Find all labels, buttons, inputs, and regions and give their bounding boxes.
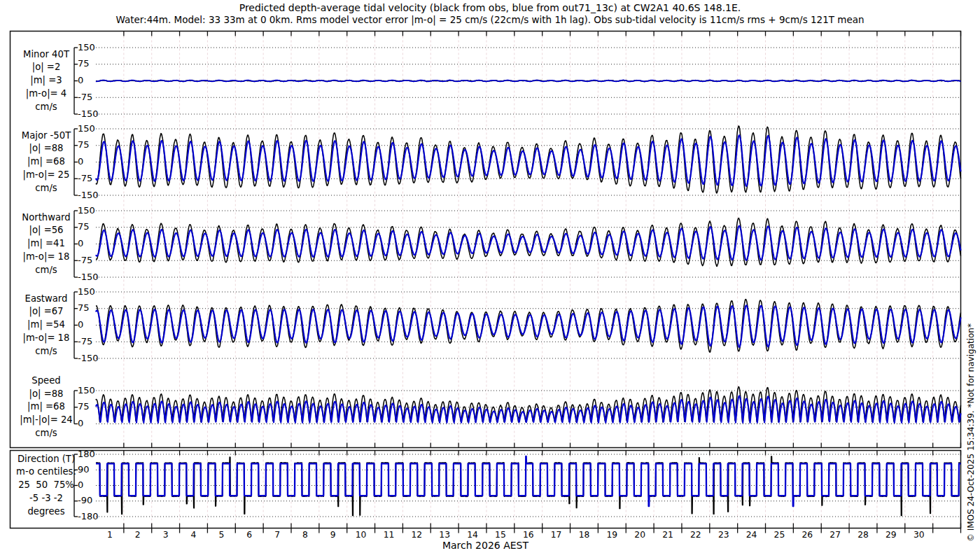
xtick-day-28: 28 <box>853 530 874 540</box>
xtick-day-10: 10 <box>351 530 372 540</box>
xtick-day-27: 27 <box>825 530 846 540</box>
series-obs-eastward <box>96 300 961 353</box>
xtick-day-7: 7 <box>267 530 288 540</box>
xtick-day-29: 29 <box>881 530 902 540</box>
panel-label-major: Major -50T |o| =88 |m| =68 |m-o|= 25 cm/… <box>11 130 81 195</box>
xtick-day-24: 24 <box>741 530 762 540</box>
xtick-day-23: 23 <box>713 530 734 540</box>
watermark: © IMOS 24-Oct-2025 15:34:39. *Not for na… <box>966 227 976 542</box>
xtick-day-1: 1 <box>99 530 120 540</box>
xtick-day-21: 21 <box>657 530 678 540</box>
xtick-day-25: 25 <box>769 530 790 540</box>
panel-label-direction: Direction (T) m-o centiles: 25 50 75% -5… <box>11 453 81 519</box>
panel-label-eastward: Eastward |o| =67 |m| =54 |m-o|= 18 cm/s <box>11 293 81 358</box>
xtick-day-12: 12 <box>406 530 427 540</box>
series-obs-direction <box>96 456 961 515</box>
xtick-day-17: 17 <box>546 530 567 540</box>
series-model-minor <box>96 80 961 82</box>
xtick-day-14: 14 <box>462 530 483 540</box>
xtick-day-30: 30 <box>909 530 930 540</box>
xtick-day-18: 18 <box>573 530 594 540</box>
xtick-day-26: 26 <box>797 530 818 540</box>
xtick-day-9: 9 <box>323 530 344 540</box>
velocity-panels-frame <box>10 31 961 448</box>
xtick-day-8: 8 <box>295 530 316 540</box>
xtick-day-20: 20 <box>629 530 650 540</box>
series-model-eastward <box>96 305 961 347</box>
panel-label-speed: Speed |o| =88 |m| =68 |m|-|o|= 24 cm/s <box>11 374 81 440</box>
xtick-day-15: 15 <box>490 530 511 540</box>
x-axis-title: March 2026 AEST <box>10 540 961 551</box>
xtick-day-5: 5 <box>211 530 232 540</box>
plot-canvas <box>0 0 980 560</box>
series-obs-major <box>96 126 961 193</box>
panel-label-minor: Minor 40T |o| =2 |m| =3 |m-o|= 4 cm/s <box>11 48 81 114</box>
xtick-day-4: 4 <box>183 530 204 540</box>
xtick-day-3: 3 <box>155 530 176 540</box>
series-model-direction <box>96 456 961 506</box>
xtick-day-13: 13 <box>434 530 455 540</box>
xtick-day-19: 19 <box>601 530 622 540</box>
xtick-day-6: 6 <box>239 530 260 540</box>
series-model-major <box>96 135 961 186</box>
xtick-day-22: 22 <box>685 530 706 540</box>
xtick-day-11: 11 <box>378 530 399 540</box>
series-obs-northward <box>96 218 961 267</box>
xtick-day-16: 16 <box>518 530 539 540</box>
panel-label-northward: Northward |o| =56 |m| =41 |m-o|= 18 cm/s <box>11 211 81 277</box>
xtick-day-2: 2 <box>127 530 148 540</box>
